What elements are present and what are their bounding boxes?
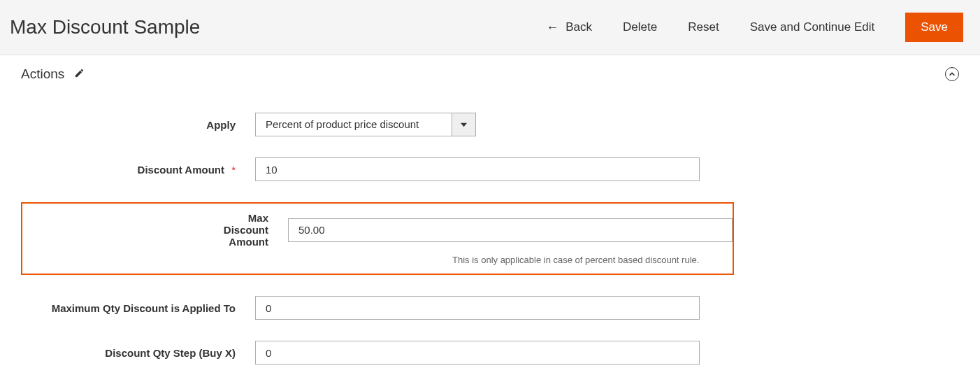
reset-button[interactable]: Reset (688, 20, 719, 34)
delete-label: Delete (623, 20, 657, 34)
save-button[interactable]: Save (905, 13, 963, 42)
discount-amount-input[interactable] (255, 157, 700, 181)
svg-marker-0 (461, 122, 467, 126)
section-header-left: Actions (21, 66, 85, 82)
page-title: Max Discount Sample (10, 16, 200, 38)
max-qty-control (255, 296, 700, 320)
arrow-left-icon: ← (546, 21, 559, 34)
discount-amount-label-text: Discount Amount (138, 164, 224, 176)
pencil-icon[interactable] (74, 68, 85, 81)
discount-amount-row: Discount Amount * (21, 157, 959, 181)
apply-row: Apply Percent of product price discount (21, 113, 959, 136)
save-continue-button[interactable]: Save and Continue Edit (750, 20, 875, 34)
delete-button[interactable]: Delete (623, 20, 657, 34)
discount-amount-control (255, 157, 700, 181)
max-discount-amount-label: Max Discount Amount (218, 212, 288, 248)
qty-step-control (255, 341, 700, 365)
max-qty-row: Maximum Qty Discount is Applied To (21, 296, 959, 320)
apply-label: Apply (21, 119, 255, 131)
save-continue-label: Save and Continue Edit (750, 20, 875, 34)
save-label: Save (921, 20, 948, 34)
required-star-icon: * (231, 164, 236, 176)
qty-step-label: Discount Qty Step (Buy X) (21, 347, 255, 359)
back-label: Back (565, 20, 592, 34)
qty-step-row: Discount Qty Step (Buy X) (21, 341, 959, 365)
qty-step-input[interactable] (255, 341, 700, 365)
back-button[interactable]: ← Back (546, 20, 592, 34)
action-buttons: ← Back Delete Reset Save and Continue Ed… (546, 13, 963, 42)
apply-select-value: Percent of product price discount (255, 113, 452, 136)
max-discount-amount-control (288, 218, 733, 242)
max-discount-amount-input[interactable] (288, 218, 733, 242)
discount-amount-label: Discount Amount * (21, 164, 255, 176)
max-discount-highlight: Max Discount Amount This is only applica… (21, 202, 734, 275)
section-title: Actions (21, 66, 64, 82)
max-qty-input[interactable] (255, 296, 700, 320)
section-header: Actions (0, 55, 980, 92)
max-qty-label: Maximum Qty Discount is Applied To (21, 302, 255, 314)
page-header: Max Discount Sample ← Back Delete Reset … (0, 0, 980, 55)
form-area: Apply Percent of product price discount … (0, 92, 980, 375)
reset-label: Reset (688, 20, 719, 34)
max-discount-note: This is only applicable in case of perce… (452, 255, 733, 265)
collapse-icon[interactable] (945, 67, 959, 81)
max-discount-amount-row: Max Discount Amount (22, 212, 733, 248)
chevron-down-icon[interactable] (452, 113, 476, 136)
apply-select[interactable]: Percent of product price discount (255, 113, 476, 136)
